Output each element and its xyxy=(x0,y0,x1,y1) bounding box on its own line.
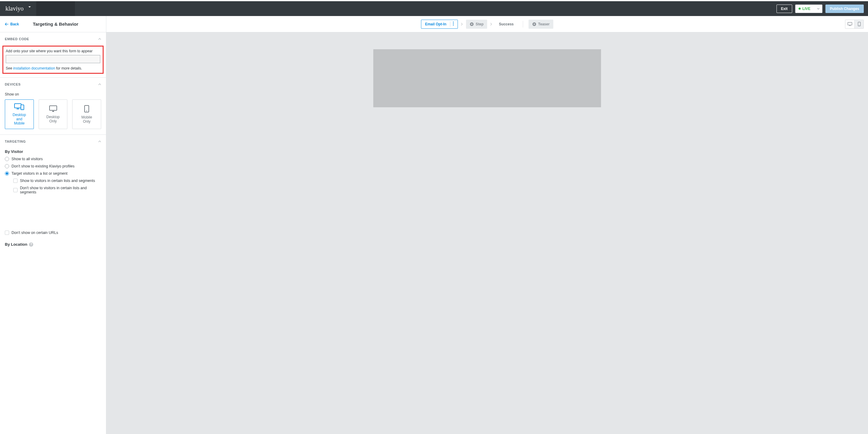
desktop-icon xyxy=(49,105,57,112)
chevron-up-icon xyxy=(98,38,101,40)
radio-icon xyxy=(5,171,9,176)
device-option-mobile-only[interactable]: Mobile Only xyxy=(72,99,101,129)
desktop-and-mobile-icon xyxy=(14,103,25,110)
step-label: Step xyxy=(476,22,484,26)
page-title: Targeting & Behavior xyxy=(33,22,79,27)
svg-rect-6 xyxy=(52,111,54,112)
arrow-left-icon xyxy=(5,23,8,26)
section-toggle-devices[interactable]: DEVICES xyxy=(0,78,106,91)
editor-pane: Email Opt-In Step Success xyxy=(106,16,868,434)
checkbox-icon xyxy=(13,179,18,183)
step-success[interactable]: Success xyxy=(495,20,517,29)
radio-label: Don't show to existing Klaviyo profiles xyxy=(11,164,74,168)
svg-point-11 xyxy=(453,25,454,26)
svg-rect-2 xyxy=(17,109,19,109)
kebab-icon[interactable] xyxy=(450,22,454,27)
check-label: Don't show to visitors in certain lists … xyxy=(20,186,101,194)
show-on-label: Show on xyxy=(5,92,101,96)
section-title: DEVICES xyxy=(5,83,21,86)
embed-code-help: See installation documentation for more … xyxy=(6,66,100,70)
radio-icon xyxy=(5,164,9,168)
radio-dont-show-existing-profiles[interactable]: Don't show to existing Klaviyo profiles xyxy=(5,164,101,168)
section-toggle-embed-code[interactable]: EMBED CODE xyxy=(0,32,106,46)
plus-circle-icon xyxy=(470,22,474,26)
installation-docs-link[interactable]: installation documentation xyxy=(13,66,55,70)
view-mobile-button[interactable] xyxy=(855,20,864,28)
step-label: Email Opt-In xyxy=(425,22,446,26)
header-actions: Exit LIVE Publish Changes xyxy=(772,1,868,16)
plus-circle-icon xyxy=(532,22,536,26)
section-embed-code: EMBED CODE Add onto your site where you … xyxy=(0,32,106,78)
desktop-icon xyxy=(847,22,852,26)
device-option-label: Desktop and Mobile xyxy=(13,113,26,125)
device-option-label: Desktop Only xyxy=(46,115,60,123)
section-title: TARGETING xyxy=(5,140,26,143)
by-visitor-heading: By Visitor xyxy=(5,149,101,154)
live-status-dropdown[interactable]: LIVE xyxy=(795,4,823,13)
section-toggle-targeting[interactable]: TARGETING xyxy=(0,135,106,148)
brand-logo: klaviyo xyxy=(0,1,36,16)
radio-show-all-visitors[interactable]: Show to all visitors xyxy=(5,157,101,161)
step-email-opt-in[interactable]: Email Opt-In xyxy=(421,20,458,29)
checkbox-icon xyxy=(13,188,18,192)
svg-rect-5 xyxy=(50,106,57,110)
svg-rect-14 xyxy=(848,22,852,25)
svg-point-9 xyxy=(453,22,454,23)
sidebar: Back Targeting & Behavior EMBED CODE Add… xyxy=(0,16,106,434)
form-preview-placeholder[interactable] xyxy=(373,49,601,107)
check-dont-show-in-lists[interactable]: Don't show to visitors in certain lists … xyxy=(13,186,101,194)
check-label: Show to visitors in certain lists and se… xyxy=(20,179,95,183)
viewport-toggle xyxy=(845,20,864,29)
editor-toolbar: Email Opt-In Step Success xyxy=(106,16,868,32)
chevron-right-icon xyxy=(490,23,492,26)
radio-label: Show to all visitors xyxy=(11,157,43,161)
app-header: klaviyo Exit LIVE Publish Changes xyxy=(0,1,868,16)
back-link[interactable]: Back xyxy=(5,22,19,26)
live-label: LIVE xyxy=(803,7,811,11)
exit-button[interactable]: Exit xyxy=(776,4,792,13)
add-teaser-button[interactable]: Teaser xyxy=(529,20,553,29)
svg-point-8 xyxy=(86,111,87,111)
step-label: Success xyxy=(499,22,514,26)
device-option-desktop-and-mobile[interactable]: Desktop and Mobile xyxy=(5,99,34,129)
svg-rect-15 xyxy=(849,25,850,26)
svg-point-10 xyxy=(453,23,454,24)
embed-code-label: Add onto your site where you want this f… xyxy=(6,49,100,53)
radio-icon xyxy=(5,157,9,161)
section-targeting: TARGETING By Visitor Show to all visitor… xyxy=(0,135,106,252)
chevron-down-icon xyxy=(817,8,820,10)
check-show-in-lists[interactable]: Show to visitors in certain lists and se… xyxy=(13,179,101,183)
header-dark-tab xyxy=(36,1,75,16)
radio-target-list-or-segment[interactable]: Target visitors in a list or segment xyxy=(5,171,101,176)
by-location-heading: By Location xyxy=(5,242,27,247)
back-label: Back xyxy=(10,22,19,26)
embed-code-input[interactable] xyxy=(6,55,100,63)
radio-label: Target visitors in a list or segment xyxy=(11,171,68,176)
section-devices: DEVICES Show on xyxy=(0,78,106,135)
chevron-up-icon xyxy=(98,83,101,85)
device-option-label: Mobile Only xyxy=(82,115,92,124)
view-desktop-button[interactable] xyxy=(845,20,855,28)
status-dot-icon xyxy=(799,7,801,10)
section-title: EMBED CODE xyxy=(5,37,29,41)
mobile-icon xyxy=(858,22,861,26)
step-label: Teaser xyxy=(538,22,550,26)
svg-rect-1 xyxy=(14,104,21,108)
chevron-right-icon xyxy=(461,23,463,26)
klaviyo-logo-icon: klaviyo xyxy=(5,5,31,12)
device-option-desktop-only[interactable]: Desktop Only xyxy=(39,99,68,129)
svg-text:klaviyo: klaviyo xyxy=(5,5,24,12)
mobile-icon xyxy=(84,105,89,113)
svg-point-17 xyxy=(859,25,860,26)
editor-canvas[interactable] xyxy=(106,32,868,434)
svg-point-4 xyxy=(22,109,23,109)
sidebar-header: Back Targeting & Behavior xyxy=(0,16,106,32)
check-label: Don't show on certain URLs xyxy=(11,231,58,235)
publish-changes-button[interactable]: Publish Changes xyxy=(826,4,864,13)
chevron-up-icon xyxy=(98,141,101,142)
check-dont-show-on-urls[interactable]: Don't show on certain URLs xyxy=(5,231,101,235)
step-bar: Email Opt-In Step Success xyxy=(421,20,553,29)
help-icon[interactable]: ? xyxy=(29,242,33,247)
embed-code-highlight: Add onto your site where you want this f… xyxy=(2,46,103,74)
add-step-button[interactable]: Step xyxy=(466,20,487,29)
